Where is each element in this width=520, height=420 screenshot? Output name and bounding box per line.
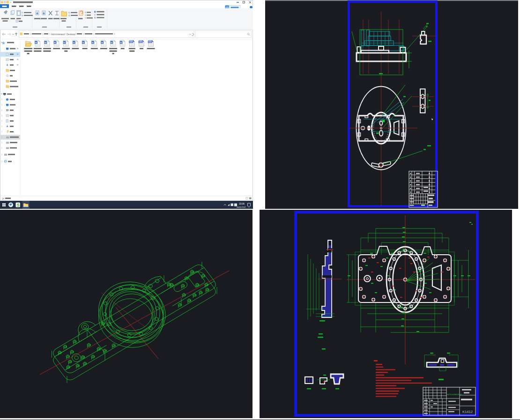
svg-text:2021/7/27: 2021/7/27 — [237, 206, 246, 208]
svg-text:DWG: DWG — [129, 41, 134, 43]
svg-text:Desktop: Desktop — [67, 33, 75, 36]
svg-text:K1412: K1412 — [462, 410, 473, 414]
svg-text:Administrator: Administrator — [51, 33, 65, 36]
svg-text:DWG: DWG — [139, 41, 143, 43]
svg-text:14: 14 — [2, 198, 5, 200]
svg-text:S: S — [17, 203, 20, 207]
svg-text:GZ75-S28979-47: GZ75-S28979-47 — [447, 393, 462, 396]
svg-text:DWG: DWG — [149, 41, 153, 43]
svg-text:15:06: 15:06 — [239, 203, 245, 205]
